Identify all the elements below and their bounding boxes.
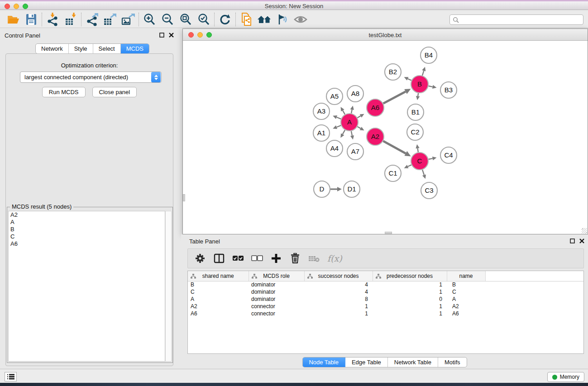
close-panel-button[interactable]: Close panel [92, 87, 137, 97]
clone-network-icon[interactable] [239, 12, 254, 27]
zoom-out-icon[interactable] [160, 12, 175, 27]
tab-edge-table[interactable]: Edge Table [345, 357, 388, 367]
list-item[interactable]: B [9, 226, 165, 233]
select-all-icon[interactable] [232, 251, 244, 266]
graph-edge-B-B1[interactable] [418, 93, 418, 96]
table-row[interactable]: A6connector11A6 [188, 310, 583, 317]
zoom-fit-icon[interactable] [178, 12, 193, 27]
delete-table-icon [308, 251, 320, 266]
search-field[interactable] [449, 14, 583, 25]
table-row[interactable]: Bdominator41B [188, 281, 583, 288]
open-folder-icon[interactable] [5, 12, 21, 27]
tab-network[interactable]: Network [36, 44, 69, 53]
graph-edge-B-B2[interactable] [408, 79, 411, 81]
list-item[interactable]: C [9, 233, 165, 240]
graph-edge-B-B3[interactable] [429, 86, 433, 87]
home-layout-icon[interactable] [257, 12, 272, 27]
titlebar: Session: New Session [0, 0, 588, 10]
mcds-result-title: MCDS result (5 nodes) [10, 203, 73, 210]
float-panel-icon[interactable] [570, 238, 575, 243]
mcds-result-list[interactable]: A2 A B C A6 [8, 211, 165, 362]
graph-node-label: B3 [445, 86, 453, 94]
tab-style[interactable]: Style [69, 44, 93, 53]
graph-edge-C-C3[interactable] [422, 170, 424, 175]
graph-node-label: B2 [389, 68, 397, 76]
graph-edge-A2-C[interactable] [383, 141, 406, 153]
graph-edge-A-A8[interactable] [351, 110, 352, 113]
memory-status-icon [552, 375, 557, 380]
zoom-in-icon[interactable] [142, 12, 157, 27]
table-row[interactable]: Cdominator41C [188, 288, 583, 295]
run-mcds-button[interactable]: Run MCDS [42, 87, 86, 97]
save-icon[interactable] [24, 12, 39, 27]
scrollbar-track[interactable] [165, 211, 172, 362]
tab-network-table[interactable]: Network Table [388, 357, 438, 367]
graph-edge-A-A3[interactable] [337, 117, 341, 119]
zoom-selected-icon[interactable] [196, 12, 211, 27]
graph-edge-C-C1[interactable] [408, 165, 411, 167]
refresh-icon[interactable] [217, 12, 233, 27]
graph-node-label: B [417, 80, 422, 88]
toolbar-separator [139, 13, 139, 26]
column-header[interactable]: shared name [188, 271, 249, 281]
graph-edge-C-C2[interactable] [418, 148, 418, 152]
export-image-icon[interactable] [120, 12, 136, 27]
tab-mcds[interactable]: MCDS [121, 44, 149, 53]
table-settings-gear-icon[interactable] [194, 251, 206, 266]
network-graph[interactable]: B4B2BB3A5A8A6A3AB1A1A2C2A4A7C4C1CDD1C3 [183, 41, 588, 234]
export-network-icon[interactable] [84, 12, 100, 27]
graph-edge-A6-B[interactable] [383, 91, 406, 103]
criterion-dropdown[interactable]: largest connected component (directed) [20, 71, 162, 83]
add-column-icon[interactable] [270, 251, 282, 266]
graph-edge-A-A7[interactable] [351, 131, 352, 136]
column-header[interactable]: MCDS role [249, 271, 304, 281]
export-table-icon[interactable] [102, 12, 118, 27]
float-panel-icon[interactable] [159, 33, 164, 38]
column-header[interactable]: name [447, 271, 485, 281]
network-window-titlebar[interactable]: testGlobe.txt [183, 29, 588, 41]
graph-edge-A-A5[interactable] [343, 110, 345, 114]
list-item[interactable]: A2 [9, 211, 165, 219]
graph-edge-B-B4[interactable] [422, 71, 424, 76]
panel-drag-handle[interactable] [385, 232, 392, 234]
network-canvas[interactable]: B4B2BB3A5A8A6A3AB1A1A2C2A4A7C4C1CDD1C3 [183, 41, 588, 234]
status-bar: Memory [0, 369, 588, 383]
edge-arrowhead [416, 144, 419, 149]
column-header[interactable]: successor nodes [304, 271, 373, 281]
tab-node-table[interactable]: Node Table [302, 357, 345, 367]
search-input[interactable] [461, 15, 583, 24]
table-row[interactable]: Adominator80A [188, 295, 583, 303]
import-network-icon[interactable] [45, 12, 60, 27]
graph-edge-A-A2[interactable] [357, 127, 360, 129]
graph-node-label: A8 [351, 90, 359, 97]
edge-arrowhead [432, 157, 437, 160]
table-toolbar: f(x) [187, 248, 584, 268]
panel-drag-handle[interactable] [183, 194, 185, 201]
table-row[interactable]: A2connector11A2 [188, 303, 583, 310]
graph-edge-A-A4[interactable] [343, 130, 345, 134]
close-panel-icon[interactable] [579, 238, 584, 243]
graph-edge-A-A6[interactable] [357, 116, 360, 118]
graph-node-label: A5 [330, 92, 339, 100]
import-table-icon[interactable] [63, 12, 78, 27]
column-type-icon [376, 274, 381, 279]
column-panel-icon[interactable] [213, 251, 225, 266]
delete-trash-icon[interactable] [289, 251, 301, 266]
graphics-details-icon[interactable] [275, 12, 290, 27]
column-header[interactable]: predecessor nodes [373, 271, 447, 281]
close-panel-icon[interactable] [169, 33, 174, 38]
table-panel-title: Table Panel [189, 238, 220, 245]
resize-grip[interactable] [582, 228, 587, 234]
graph-edge-C-C4[interactable] [429, 158, 433, 159]
tab-select[interactable]: Select [93, 44, 121, 53]
mcds-tab-content: Optimization criterion: largest connecte… [5, 53, 173, 366]
list-item[interactable]: A6 [9, 240, 165, 248]
graph-edge-A-A1[interactable] [337, 125, 341, 127]
list-item[interactable]: A [9, 219, 165, 226]
node-table[interactable]: shared name MCDS role successor nodes pr… [187, 271, 584, 354]
deselect-all-icon[interactable] [251, 251, 263, 266]
memory-button[interactable]: Memory [547, 372, 584, 382]
task-history-button[interactable] [5, 372, 17, 381]
tab-motifs[interactable]: Motifs [438, 357, 467, 367]
eye-icon[interactable] [293, 12, 308, 27]
